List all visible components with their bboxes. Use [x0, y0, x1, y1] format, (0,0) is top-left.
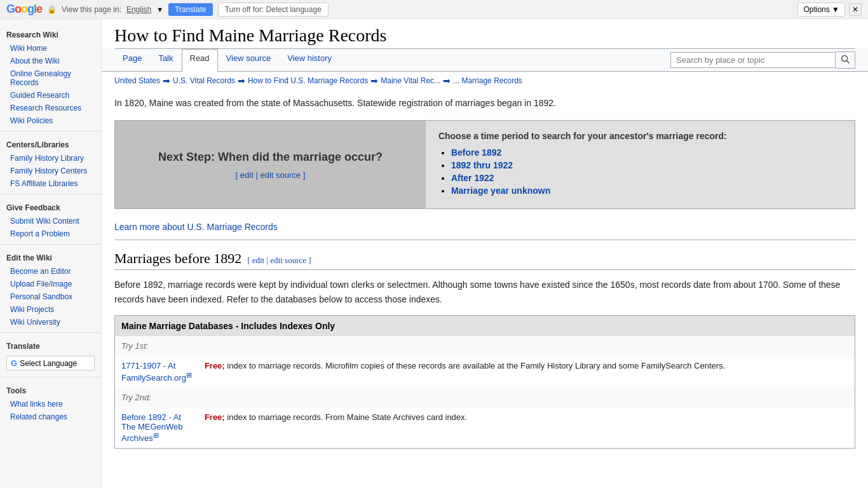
- sidebar-item-family-history-centers[interactable]: Family History Centers: [0, 165, 101, 177]
- db2-link[interactable]: Before 1892 - At The MEGenWeb Archives⊞: [121, 412, 183, 443]
- db1-link-cell: 1771-1907 - At FamilySearch.org⊞: [115, 356, 198, 387]
- section1-edit-source-link[interactable]: edit source: [270, 255, 306, 265]
- page-title: How to Find Maine Marriage Records: [114, 25, 855, 49]
- sidebar-item-upload-file[interactable]: Upload File/Image: [0, 278, 101, 290]
- breadcrumb-maine-marriage[interactable]: ... Marriage Records: [453, 76, 522, 85]
- tab-page[interactable]: Page: [114, 49, 150, 72]
- try1-label: Try 1st:: [115, 336, 198, 356]
- db-row-1: 1771-1907 - At FamilySearch.org⊞ Free; i…: [115, 356, 855, 387]
- breadcrumb-vital-records[interactable]: U.S. Vital Records: [173, 76, 235, 85]
- next-step-title: Next Step: When did the marriage occur?: [158, 150, 383, 165]
- time-options-cell: Choose a time period to search for your …: [426, 121, 855, 208]
- dropdown-icon: ▼: [156, 6, 163, 13]
- time-option-unknown: Marriage year unknown: [451, 186, 842, 196]
- time-option-after-1922: After 1922: [451, 173, 842, 183]
- db2-free-badge: Free;: [205, 412, 225, 422]
- db-try1-label-row: Try 1st:: [115, 336, 855, 356]
- content-area: How to Find Maine Marriage Records Page …: [102, 19, 868, 488]
- sidebar-item-wiki-home[interactable]: Wiki Home: [0, 42, 101, 55]
- breadcrumb-united-states[interactable]: United States: [114, 76, 160, 85]
- article-content: In 1820, Maine was created from the stat…: [102, 90, 868, 465]
- sidebar: Research Wiki Wiki Home About the Wiki O…: [0, 19, 102, 488]
- db1-free-badge: Free;: [205, 361, 225, 370]
- db-table-header-row: Maine Marriage Databases - Includes Inde…: [115, 316, 855, 337]
- language-select[interactable]: English: [126, 5, 151, 14]
- section1-edit-links: [ edit | edit source ]: [245, 255, 311, 265]
- time-options-title: Choose a time period to search for your …: [438, 131, 842, 141]
- db2-desc-cell: Free; index to marriage records. From Ma…: [198, 407, 855, 449]
- lock-icon: 🔒: [47, 5, 57, 14]
- sidebar-section-translate: Translate: [0, 337, 101, 353]
- breadcrumb: United States ➡ U.S. Vital Records ➡ How…: [102, 72, 868, 90]
- next-step-edit-links: [ edit | edit source ]: [236, 170, 306, 180]
- tab-read[interactable]: Read: [182, 49, 218, 72]
- turn-off-button[interactable]: Turn off for: Detect language: [218, 3, 329, 17]
- time-option-1892-1922-link[interactable]: 1892 thru 1922: [451, 160, 513, 170]
- close-button[interactable]: ✕: [849, 3, 862, 16]
- sidebar-item-family-history-library[interactable]: Family History Library: [0, 152, 101, 165]
- sidebar-item-related-changes[interactable]: Related changes: [0, 410, 101, 423]
- sidebar-item-guided-research[interactable]: Guided Research: [0, 89, 101, 102]
- select-language-label: Select Language: [20, 359, 77, 368]
- translate-view-text: View this page in:: [62, 5, 121, 14]
- breadcrumb-arrow-1: ➡: [163, 76, 170, 86]
- translate-bar: Google 🔒 View this page in: English ▼ Tr…: [0, 0, 868, 19]
- sidebar-section-research: Research Wiki: [0, 25, 101, 42]
- sidebar-item-fs-affiliate[interactable]: FS Affiliate Libraries: [0, 177, 101, 190]
- search-input[interactable]: [670, 52, 836, 68]
- breadcrumb-arrow-4: ➡: [443, 76, 451, 86]
- sidebar-section-tools: Tools: [0, 381, 101, 398]
- sidebar-item-wiki-policies[interactable]: Wiki Policies: [0, 114, 101, 127]
- next-step-edit-link[interactable]: edit: [240, 170, 254, 180]
- db-table-header: Maine Marriage Databases - Includes Inde…: [115, 316, 855, 337]
- tabs-bar: Page Talk Read View source View history: [102, 49, 868, 72]
- db-row-2: Before 1892 - At The MEGenWeb Archives⊞ …: [115, 407, 855, 449]
- select-language-button[interactable]: G Select Language: [6, 356, 95, 370]
- breadcrumb-arrow-3: ➡: [370, 76, 378, 86]
- sidebar-item-report-problem[interactable]: Report a Problem: [0, 227, 101, 240]
- options-button[interactable]: Options ▼: [797, 3, 845, 17]
- sidebar-item-become-editor[interactable]: Become an Editor: [0, 265, 101, 278]
- tab-view-history[interactable]: View history: [279, 49, 340, 72]
- sidebar-item-research-resources[interactable]: Research Resources: [0, 102, 101, 114]
- section1-title: Marriages before 1892: [114, 250, 241, 266]
- breadcrumb-maine-vital[interactable]: Maine Vital Rec...: [381, 76, 440, 85]
- db1-link[interactable]: 1771-1907 - At FamilySearch.org⊞: [121, 361, 192, 382]
- try2-label: Try 2nd:: [115, 388, 198, 407]
- sidebar-item-personal-sandbox[interactable]: Personal Sandbox: [0, 290, 101, 303]
- time-option-unknown-link[interactable]: Marriage year unknown: [451, 186, 550, 196]
- section1-edit-link[interactable]: edit: [252, 255, 265, 265]
- next-step-cell: Next Step: When did the marriage occur? …: [115, 121, 426, 208]
- db-table: Maine Marriage Databases - Includes Inde…: [114, 315, 855, 449]
- tab-view-source[interactable]: View source: [218, 49, 280, 72]
- db-try2-label-row: Try 2nd:: [115, 388, 855, 407]
- next-step-edit-source-link[interactable]: edit source: [260, 170, 301, 180]
- search-container: [670, 49, 855, 71]
- section1-heading: Marriages before 1892 [ edit | edit sour…: [114, 250, 855, 270]
- translate-button[interactable]: Translate: [168, 3, 213, 16]
- time-option-before-1892-link[interactable]: Before 1892: [451, 147, 501, 158]
- db1-desc-cell: Free; index to marriage records. Microfi…: [198, 356, 855, 387]
- search-button[interactable]: [836, 51, 855, 69]
- translate-options: Options ▼ ✕: [797, 3, 862, 17]
- breadcrumb-marriage-records[interactable]: How to Find U.S. Marriage Records: [248, 76, 368, 85]
- sidebar-item-submit-wiki[interactable]: Submit Wiki Content: [0, 215, 101, 227]
- time-options-list: Before 1892 1892 thru 1922 After 1922 Ma…: [438, 147, 842, 196]
- time-option-after-1922-link[interactable]: After 1922: [451, 173, 494, 183]
- tab-talk[interactable]: Talk: [150, 49, 181, 72]
- db2-link-cell: Before 1892 - At The MEGenWeb Archives⊞: [115, 407, 198, 449]
- sidebar-item-genealogy-records[interactable]: Online Genealogy Records: [0, 67, 101, 89]
- sidebar-item-wiki-university[interactable]: Wiki University: [0, 316, 101, 329]
- sidebar-item-what-links-here[interactable]: What links here: [0, 398, 101, 410]
- sidebar-item-wiki-projects[interactable]: Wiki Projects: [0, 303, 101, 316]
- sidebar-section-feedback: Give Feedback: [0, 198, 101, 215]
- breadcrumb-arrow-2: ➡: [238, 76, 245, 86]
- section1-text: Before 1892, marriage records were kept …: [114, 278, 855, 306]
- sidebar-section-centers: Centers/Libraries: [0, 135, 101, 152]
- sidebar-item-about-wiki[interactable]: About the Wiki: [0, 55, 101, 67]
- learn-more-link[interactable]: Learn more about U.S. Marriage Records: [114, 222, 855, 240]
- intro-text: In 1820, Maine was created from the stat…: [114, 96, 855, 110]
- sidebar-section-edit: Edit the Wiki: [0, 248, 101, 265]
- svg-line-1: [847, 61, 850, 64]
- google-logo: Google: [6, 3, 42, 16]
